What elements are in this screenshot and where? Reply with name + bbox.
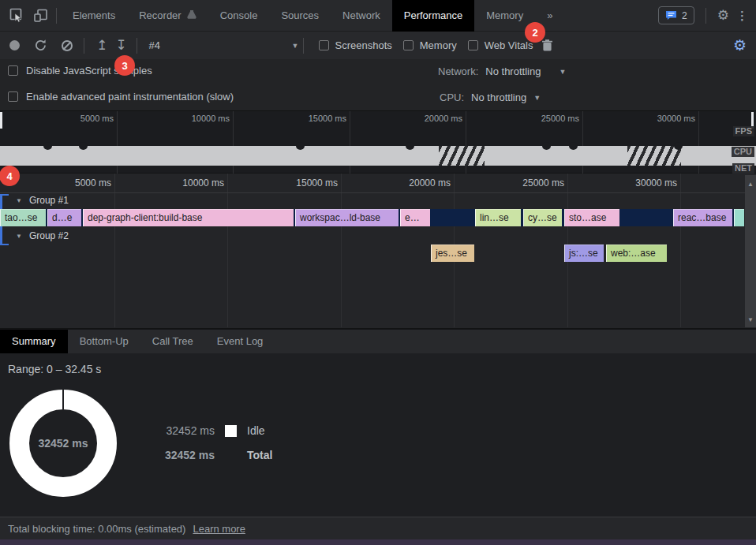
tab-recorder[interactable]: Recorder (127, 0, 208, 32)
legend-swatch-spacer (225, 450, 237, 461)
kebab-menu-icon[interactable]: ⋮ (736, 9, 748, 23)
network-throttling-select[interactable]: No throttling (485, 65, 541, 77)
scroll-up-icon[interactable]: ▲ (747, 181, 754, 188)
delete-recording-icon[interactable] (542, 39, 552, 51)
cpu-dip (296, 142, 305, 150)
session-select[interactable]: #4 ▼ (149, 39, 299, 51)
flame-chart[interactable]: 5000 ms10000 ms15000 ms20000 ms25000 ms3… (0, 174, 756, 329)
lane-label-cpu: CPU (732, 147, 754, 157)
tick-label: 20000 ms (368, 114, 462, 123)
tab-performance[interactable]: Performance (392, 0, 474, 32)
tab-console[interactable]: Console (208, 0, 270, 32)
step-badge-4: 4 (0, 166, 20, 186)
bottom-strip (0, 539, 756, 545)
capture-settings-gear-icon[interactable]: ⚙ (733, 36, 747, 54)
group-header-1[interactable]: ▼ Group #1 (16, 195, 69, 206)
legend-label: Total (247, 449, 272, 461)
tick-label: 30000 ms (601, 114, 695, 123)
tick-label: 5000 ms (17, 177, 111, 189)
details-tab-bottom-up[interactable]: Bottom-Up (68, 330, 140, 353)
cpu-dip (674, 142, 683, 150)
overview-left-handle[interactable] (0, 112, 2, 129)
timeline-bar[interactable]: tao…se (0, 209, 46, 226)
inspect-element-icon[interactable] (5, 4, 28, 28)
cpu-dip (43, 142, 52, 150)
settings-gear-icon[interactable]: ⚙ (717, 7, 729, 24)
lane-label-fps: FPS (733, 126, 754, 136)
timeline-bar[interactable]: web:…ase (606, 245, 667, 262)
divider (303, 38, 304, 54)
cpu-throttling: CPU: No throttling ▼ (440, 91, 541, 103)
checkbox-box[interactable] (319, 40, 329, 50)
scroll-down-icon[interactable]: ▼ (747, 316, 754, 323)
footer-bar: Total blocking time: 0.00ms (estimated) … (0, 517, 756, 539)
reload-record-icon[interactable] (34, 39, 47, 52)
tab-label: Recorder (139, 9, 181, 21)
tab-label: Performance (404, 9, 462, 21)
tab-label: Memory (486, 9, 523, 21)
tab-network[interactable]: Network (331, 0, 392, 32)
legend-value: 32452 ms (164, 449, 215, 461)
tab-label: Console (220, 9, 258, 21)
timeline-bar[interactable]: e… (400, 209, 430, 226)
record-icon[interactable] (9, 40, 20, 50)
chevron-down-icon[interactable]: ▼ (533, 94, 541, 102)
checkbox-label: Screenshots (335, 39, 392, 51)
checkbox-label: Memory (420, 39, 457, 51)
group-label: Group #1 (29, 195, 69, 206)
devtools-tabbar: ElementsRecorderConsoleSourcesNetworkPer… (0, 0, 756, 32)
details-tab-summary[interactable]: Summary (0, 330, 68, 353)
device-toolbar-icon[interactable] (28, 4, 52, 28)
cpu-busy-hatch (439, 146, 485, 166)
collapse-triangle-icon[interactable]: ▼ (16, 233, 22, 240)
checkbox-box[interactable] (403, 40, 414, 50)
paint-instrumentation-checkbox[interactable] (8, 91, 18, 102)
tab-elements[interactable]: Elements (61, 0, 127, 32)
console-messages-button[interactable]: 2 (658, 6, 694, 24)
flame-scrollbar[interactable]: ▲ ▼ (745, 175, 756, 327)
timeline-bar[interactable]: jes…se (431, 245, 474, 262)
chevron-down-icon[interactable]: ▼ (559, 68, 566, 76)
tick-label: 15000 ms (252, 114, 346, 123)
clear-icon[interactable] (62, 40, 73, 51)
paint-instrumentation-option: Enable advanced paint instrumentation (s… (8, 91, 234, 103)
session-label: #4 (149, 39, 160, 51)
group-label: Group #2 (29, 230, 69, 241)
details-tab-event-log[interactable]: Event Log (205, 330, 275, 353)
step-badge-3: 3 (114, 55, 135, 76)
checkbox-box[interactable] (468, 40, 478, 50)
timeline-bar[interactable]: reac…base (673, 209, 732, 226)
tabbar-right: 2 ⚙ ⋮ (658, 6, 756, 24)
donut-center-label: 32452 ms (9, 390, 117, 497)
disable-js-samples-checkbox[interactable] (8, 65, 18, 76)
divider (84, 38, 84, 54)
timeline-bar[interactable]: js:…se (564, 245, 604, 262)
legend-row: 32452 msIdle (164, 423, 272, 439)
timeline-bar[interactable]: d…e (47, 209, 81, 226)
timeline-bar[interactable] (734, 209, 744, 226)
checkbox-memory[interactable]: Memory (403, 39, 457, 51)
tab-label: Sources (281, 9, 319, 21)
network-throttling: Network: No throttling ▼ (438, 65, 566, 77)
checkbox-web-vitals[interactable]: Web Vitals (468, 39, 533, 51)
timeline-bar[interactable]: dep-graph-client:build-base (83, 209, 294, 226)
group-1-bars-row: tao…sed…edep-graph-client:build-basework… (0, 209, 744, 226)
timeline-overview[interactable]: 5000 ms10000 ms15000 ms20000 ms25000 ms3… (0, 110, 756, 174)
checkbox-label: Web Vitals (485, 39, 533, 51)
cpu-dip (79, 142, 88, 150)
group-header-2[interactable]: ▼ Group #2 (16, 230, 69, 241)
message-count: 2 (682, 10, 687, 21)
timeline-bar[interactable]: sto…ase (564, 209, 619, 226)
timeline-bar[interactable]: cy…se (523, 209, 562, 226)
timeline-bar[interactable]: workspac…ld-base (295, 209, 399, 226)
learn-more-link[interactable]: Learn more (193, 523, 245, 535)
cpu-throttling-select[interactable]: No throttling (471, 91, 526, 103)
timeline-bar[interactable]: lin…se (475, 209, 521, 226)
load-profile-icon[interactable]: ↥ (96, 39, 107, 52)
details-tab-call-tree[interactable]: Call Tree (140, 330, 205, 353)
range-text: Range: 0 – 32.45 s (8, 363, 101, 375)
checkbox-screenshots[interactable]: Screenshots (319, 39, 392, 51)
tab-sources[interactable]: Sources (269, 0, 331, 32)
save-profile-icon[interactable]: ↧ (115, 39, 126, 52)
collapse-triangle-icon[interactable]: ▼ (16, 197, 22, 204)
